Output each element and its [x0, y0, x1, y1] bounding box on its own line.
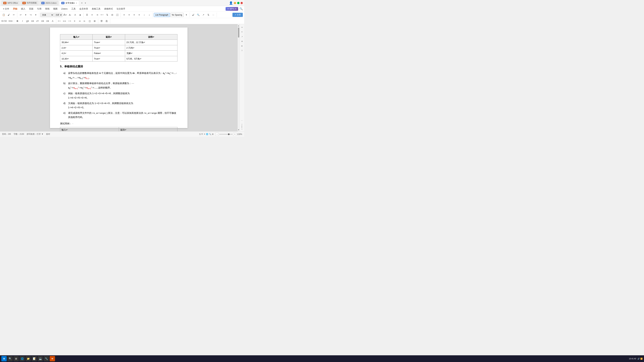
scroll-thumb[interactable] — [238, 27, 239, 37]
redo-dropdown[interactable]: ▾ — [33, 12, 38, 17]
line-spacing-button[interactable]: ↕ — [142, 12, 146, 17]
char-border-button[interactable]: A — [50, 19, 55, 23]
indent-decrease[interactable]: ⇤ — [82, 19, 87, 23]
paste-button[interactable]: 📋 — [1, 12, 6, 17]
highlight-dropdown[interactable]: ▾ — [43, 20, 44, 22]
text-box[interactable]: ⬜ — [115, 12, 120, 17]
font-name-select[interactable]: 夫体 — [40, 13, 54, 17]
mini-scrollbar[interactable]: ▲ ▼ — [241, 123, 243, 130]
menu-page[interactable]: 页面 — [27, 7, 35, 11]
zoom-slider[interactable] — [219, 134, 232, 135]
align-right-row2[interactable]: ⟶ — [67, 19, 72, 23]
menu-paper[interactable]: 论文助手 — [115, 7, 127, 11]
user-avatar[interactable]: 👤 — [229, 1, 233, 5]
share-button[interactable]: ↗ 分享 — [232, 13, 243, 17]
minimize-button[interactable]: — — [234, 2, 236, 4]
indent-increase[interactable]: ⇥ — [77, 19, 82, 23]
tab-wps-office[interactable]: W WPS Office — [1, 0, 20, 5]
number-list-button[interactable]: ≡ — [90, 12, 94, 17]
scroll-down-button[interactable]: ▼ — [238, 129, 239, 131]
menu-table-style[interactable]: 表格样式 — [102, 7, 114, 11]
vertical-scrollbar[interactable]: ▲ ▼ — [238, 24, 240, 131]
cut-button[interactable]: ✂ — [12, 12, 16, 17]
right-panel-btn-1[interactable]: ⇔ — [240, 25, 244, 29]
tab-docx[interactable]: W 2023-2.docx — [40, 0, 58, 5]
zoom-out-button[interactable]: − — [216, 133, 218, 136]
status-icon-5[interactable]: 🔍 — [209, 133, 211, 135]
paragraph-spacing[interactable]: ↨ — [147, 12, 152, 17]
maximize-button[interactable]: □ — [237, 2, 240, 4]
menu-reference[interactable]: 引用 — [36, 7, 43, 11]
italic-button[interactable]: I — [20, 19, 25, 23]
font-size-decrease[interactable]: A- — [68, 12, 72, 17]
outline-list[interactable]: ⟵ — [100, 12, 104, 17]
close-window-button[interactable]: ✕ — [240, 2, 243, 4]
select-button[interactable]: ↗ — [201, 12, 206, 17]
undo-button[interactable]: ↩ — [18, 12, 23, 17]
new-tab-button[interactable]: + — [80, 1, 84, 5]
sort-button[interactable]: ⇅ — [206, 12, 211, 17]
copy-format-button[interactable]: 🖌 — [6, 12, 11, 17]
right-panel-btn-5[interactable]: ⚙ — [240, 44, 244, 48]
tab-dropdown-icon[interactable]: ▾ — [85, 2, 86, 4]
replace-button[interactable]: 替 — [99, 19, 104, 23]
styles-more[interactable]: ▾ — [184, 12, 189, 17]
menu-insert[interactable]: 插入 — [19, 7, 27, 11]
more-row1[interactable]: ··· — [211, 12, 216, 17]
indent-level[interactable]: ⇥ — [95, 12, 100, 17]
right-panel-btn-4[interactable]: ⊕ — [240, 39, 244, 43]
format-paint-button[interactable]: 🖌 — [191, 12, 196, 17]
status-icon-2[interactable]: 中 — [201, 133, 203, 135]
undo-dropdown[interactable]: ▾ — [23, 12, 28, 17]
input-method[interactable]: 拼写检查：打开 ▼ — [27, 133, 43, 136]
menu-tools[interactable]: 工具 — [70, 7, 77, 11]
search-icon[interactable]: 🔍 — [240, 7, 243, 10]
zoom-in-button[interactable]: + — [233, 133, 236, 136]
list-paragraph-style[interactable]: List Paragraph — [154, 13, 170, 17]
align-left-row2[interactable]: ⟵ — [57, 19, 62, 23]
find-replace-button[interactable]: 🔍 — [196, 12, 200, 17]
underline-button[interactable]: U ▾ — [25, 19, 30, 23]
menu-table-tools[interactable]: 表格工具 — [90, 7, 102, 11]
wps-ai-button[interactable]: ✦ WPS AI — [226, 7, 238, 11]
bold-button[interactable]: B — [15, 19, 20, 23]
align-justify-button[interactable]: ≡ — [137, 12, 142, 17]
align-left-button[interactable]: ≡ — [122, 12, 126, 17]
scroll-up-button[interactable]: ▲ — [238, 25, 240, 27]
proofread-label[interactable]: 校对 — [46, 133, 50, 136]
underline-dropdown[interactable]: ▾ — [28, 20, 29, 22]
right-panel-btn-3[interactable]: ↗ — [240, 35, 244, 38]
status-icon-4[interactable]: 🌐 — [206, 133, 208, 135]
superscript-button[interactable]: x²▾ — [35, 19, 40, 23]
right-panel-btn-2[interactable]: ✏ — [240, 30, 244, 33]
menu-start[interactable]: 开始 — [11, 7, 19, 11]
align-center-row2[interactable]: ⟺ — [62, 19, 67, 23]
font-clear[interactable]: A — [73, 12, 78, 17]
paragraph-fill[interactable]: ⊟ — [110, 12, 114, 17]
sort[interactable]: ⇅ — [105, 12, 110, 17]
menu-file[interactable]: ≡ 文件 — [1, 7, 11, 11]
align-center-button[interactable]: ≡ — [127, 12, 132, 17]
bullet-list-button[interactable]: ☰ — [85, 12, 90, 17]
font-size-increase[interactable]: A+ — [63, 12, 68, 17]
border-button[interactable]: ⊞ — [92, 19, 97, 23]
align-justify-row2[interactable]: ≡ — [72, 19, 77, 23]
font-options[interactable]: ◈ — [78, 12, 82, 17]
status-icon-1[interactable]: S — [199, 133, 201, 135]
select2-button[interactable]: 选 — [104, 19, 109, 23]
status-icon-3[interactable]: ✦ — [204, 133, 205, 135]
status-icon-6[interactable]: ⊞ — [212, 133, 214, 135]
shading-button[interactable]: ◫ — [88, 19, 92, 23]
right-panel-btn-6[interactable]: ? — [240, 49, 244, 52]
text-color2-dropdown[interactable]: ▾ — [48, 20, 49, 22]
zoom-slider-thumb[interactable] — [228, 133, 230, 135]
font-color-dropdown[interactable]: ▾ — [33, 20, 34, 22]
tab-template[interactable]: W 找寻优模板 — [20, 0, 38, 5]
tab-close-icon[interactable]: ✕ — [76, 2, 77, 4]
text-color2-button[interactable]: A ▾ — [45, 19, 50, 23]
no-spacing-style[interactable]: No Spacing — [170, 13, 184, 17]
menu-zotero[interactable]: Zotero — [60, 7, 69, 11]
align-right-button[interactable]: ≡ — [132, 12, 136, 17]
menu-vip[interactable]: 会员专享 — [78, 7, 90, 11]
menu-review[interactable]: 审阅 — [44, 7, 51, 11]
